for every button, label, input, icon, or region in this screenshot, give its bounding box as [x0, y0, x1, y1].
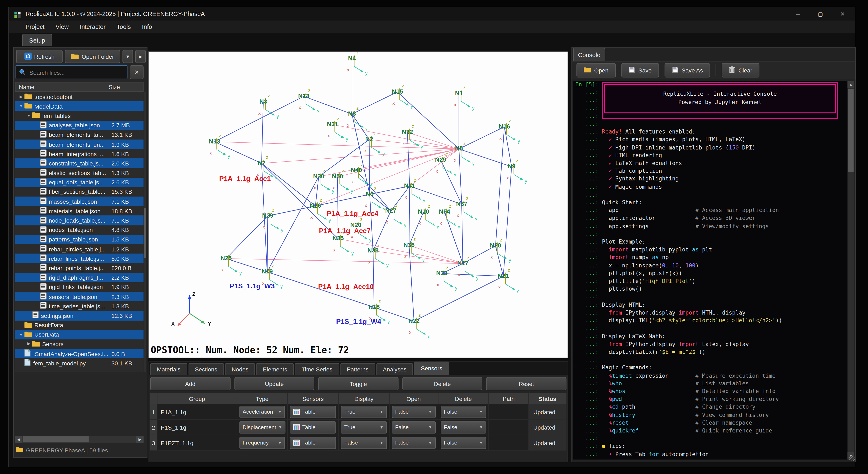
tree-item[interactable]: fem_table_model.py30.1 KB	[15, 358, 144, 368]
type-dropdown[interactable]: Displacement▼	[239, 421, 286, 433]
clear-search-button[interactable]: ✕	[130, 65, 144, 79]
tree-item[interactable]: rebar_points_table.j...820.0 B	[15, 263, 144, 273]
tree-item[interactable]: constraints_table.js...2.0 KB	[15, 159, 144, 168]
maximize-button[interactable]: ▢	[809, 7, 831, 21]
menu-interactor[interactable]: Interactor	[74, 21, 111, 33]
tree-item[interactable]: materials_table.json18.8 KB	[15, 206, 144, 216]
open-dropdown[interactable]: False▼	[392, 421, 435, 433]
model-viewer-canvas[interactable]: zyxzyxzyxzyxzyxzyxzyxzyxzyxzyxzyxzyxzyxz…	[149, 52, 567, 358]
tree-item[interactable]: nodes_table.json4.8 KB	[15, 225, 144, 235]
tree-vertical-scrollbar[interactable]	[144, 92, 146, 372]
cell-path[interactable]	[489, 419, 529, 435]
tree-item[interactable]: rebar_circles_table.j...1.2 KB	[15, 244, 144, 254]
tree-scroll-thumb[interactable]	[144, 208, 146, 258]
tab-sections[interactable]: Sections	[188, 363, 224, 375]
model-viewer[interactable]: zyxzyxzyxzyxzyxzyxzyxzyxzyxzyxzyxzyxzyxz…	[149, 52, 568, 358]
tab-time-series[interactable]: Time Series	[295, 363, 339, 375]
column-header-open[interactable]: Open	[390, 393, 438, 404]
close-button[interactable]: ✕	[831, 7, 854, 21]
tree-horizontal-scrollbar[interactable]: ◀ ▶	[15, 436, 144, 443]
cell-group[interactable]: P1A_1.1g	[157, 404, 237, 420]
tree-item[interactable]: beam_elements_un...1.9 KB	[15, 139, 144, 149]
menu-tools[interactable]: Tools	[111, 21, 136, 33]
table-button[interactable]: Table	[290, 405, 336, 418]
save-button[interactable]: Save	[621, 63, 659, 77]
column-header-type[interactable]: Type	[237, 393, 288, 404]
menu-view[interactable]: View	[50, 21, 74, 33]
scroll-track[interactable]	[22, 436, 136, 443]
tree-item[interactable]: patterns_table.json1.5 KB	[15, 235, 144, 244]
cell-group[interactable]: P1PZT_1.1g	[157, 435, 237, 451]
forward-button[interactable]: ▶	[135, 50, 146, 63]
column-header-display[interactable]: Display	[339, 393, 390, 404]
tree-expand-icon[interactable]: ▼	[18, 333, 24, 337]
tree-item[interactable]: rebar_lines_table.js...5.0 KB	[15, 254, 144, 263]
tab-sensors[interactable]: Sensors	[414, 362, 449, 375]
console-output[interactable]: In [5]:...:...:...:...:ReplicaXLite - In…	[573, 81, 854, 460]
reset-button[interactable]: Reset	[486, 377, 567, 390]
column-header-sensors[interactable]: Sensors	[288, 393, 339, 404]
tab-analyses[interactable]: Analyses	[376, 363, 413, 375]
display-dropdown[interactable]: True▼	[341, 405, 387, 418]
table-button[interactable]: Table	[290, 421, 336, 433]
tree-expand-icon[interactable]: ▼	[18, 104, 24, 108]
add-button[interactable]: Add	[150, 377, 230, 390]
display-dropdown[interactable]: True▼	[341, 421, 387, 433]
search-input[interactable]	[28, 68, 119, 76]
menu-info[interactable]: Info	[136, 21, 158, 33]
column-size[interactable]: Size	[105, 82, 143, 91]
tree-item[interactable]: equal_dofs_table.js...2.6 KB	[15, 177, 144, 187]
open-dropdown[interactable]: False▼	[392, 405, 435, 418]
type-dropdown[interactable]: Acceleration▼	[239, 405, 285, 418]
menu-project[interactable]: Project	[20, 21, 50, 33]
tree-item[interactable]: ResultData	[15, 320, 144, 330]
scroll-up-icon[interactable]: ▲	[847, 81, 854, 88]
delete-dropdown[interactable]: False▼	[440, 421, 486, 433]
cell-path[interactable]	[489, 404, 529, 420]
open-dropdown[interactable]: False▼	[392, 437, 435, 449]
tab-elements[interactable]: Elements	[256, 363, 294, 375]
tree-item[interactable]: beam_integrations_...1.6 KB	[15, 149, 144, 159]
open-folder-button[interactable]: Open Folder	[65, 50, 120, 63]
column-header-delete[interactable]: Delete	[438, 393, 489, 404]
tree-item[interactable]: beam_elements_ta...13.1 KB	[15, 130, 144, 139]
tree-item[interactable]: fiber_sections_table...15.3 KB	[15, 187, 144, 197]
type-dropdown[interactable]: Frequency▼	[239, 437, 285, 449]
tree-item[interactable]: time_series_table.js...1.3 KB	[15, 301, 144, 311]
save-as-button[interactable]: Save As	[664, 63, 710, 77]
toggle-button[interactable]: Toggle	[318, 377, 399, 390]
tab-nodes[interactable]: Nodes	[225, 363, 255, 375]
console-scrollbar[interactable]: ▲ ▼	[847, 81, 854, 460]
tree-expand-icon[interactable]: ▶	[18, 95, 24, 99]
open-button[interactable]: Open	[577, 63, 616, 77]
delete-dropdown[interactable]: False▼	[440, 405, 486, 418]
display-dropdown[interactable]: False▼	[341, 437, 387, 449]
tree-expand-icon[interactable]: ▼	[26, 114, 32, 118]
minimize-button[interactable]: ─	[787, 7, 809, 21]
tab-patterns[interactable]: Patterns	[340, 363, 375, 375]
tree-expand-icon[interactable]: ▶	[26, 342, 32, 346]
clear-button[interactable]: Clear	[722, 63, 760, 77]
scroll-thumb[interactable]	[23, 436, 89, 442]
refresh-button[interactable]: Refresh	[16, 50, 63, 63]
tree-item[interactable]: ▼ModelData	[15, 102, 144, 111]
update-button[interactable]: Update	[234, 377, 314, 390]
tree-item[interactable]: .SmartAnalyze-OpenSees.l...0.0 B	[15, 349, 144, 358]
column-header-status[interactable]: Status	[529, 393, 566, 404]
tab-setup[interactable]: Setup	[22, 34, 52, 46]
console-scroll-thumb[interactable]	[848, 89, 854, 172]
tree-item[interactable]: node_loads_table.js...7.1 KB	[15, 216, 144, 225]
scroll-right-icon[interactable]: ▶	[136, 436, 144, 443]
tree-item[interactable]: ▼UserData	[15, 330, 144, 339]
title-bar[interactable]: ReplicaXLite 1.0.0 - © 2024-2025 | Proje…	[9, 7, 855, 21]
tab-materials[interactable]: Materials	[150, 363, 187, 375]
table-button[interactable]: Table	[290, 437, 336, 449]
tab-console[interactable]: Console	[573, 47, 605, 62]
column-header-group[interactable]: Group	[157, 393, 237, 404]
tree-item[interactable]: elastic_sections_tab...1.3 KB	[15, 168, 144, 177]
cell-group[interactable]: P1S_1.1g	[157, 419, 237, 435]
tree-item[interactable]: masses_table.json7.1 KB	[15, 197, 144, 206]
scroll-left-icon[interactable]: ◀	[15, 436, 22, 443]
tree-item[interactable]: ▶Sensors	[15, 339, 144, 349]
tree-item[interactable]: rigid_links_table.json1.9 KB	[15, 282, 144, 292]
